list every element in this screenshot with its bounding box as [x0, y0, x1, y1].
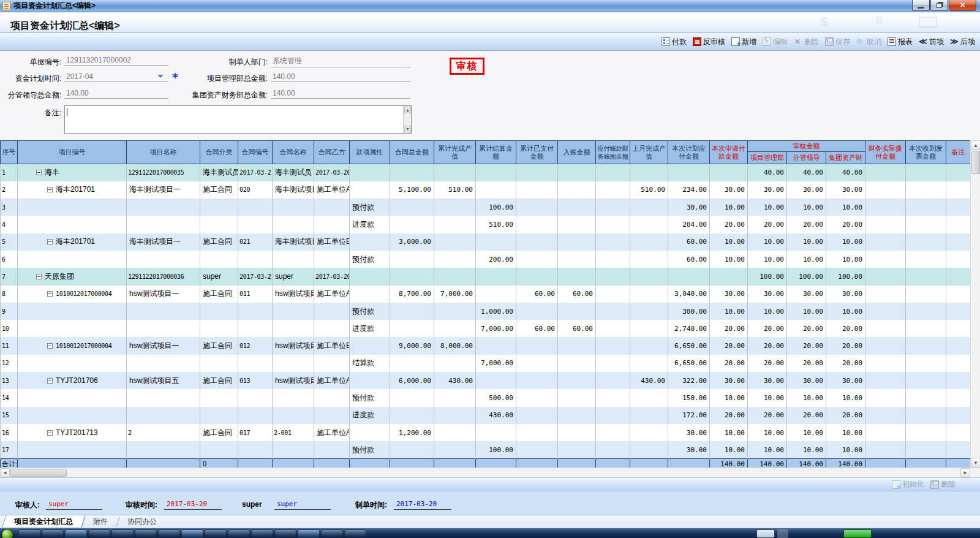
cell-invoice[interactable]: [906, 181, 946, 199]
cell-invoice[interactable]: [906, 216, 946, 233]
cell-contract_name[interactable]: 海丰测试项目一: [273, 233, 314, 251]
cell-remark[interactable]: [946, 303, 971, 320]
cell-booked[interactable]: 60.00: [558, 320, 596, 337]
minimize-button[interactable]: [912, 0, 930, 11]
table-row[interactable]: 12结算款7,000.006,650.0020.0020.0020.0020.0…: [1, 355, 971, 372]
cell-proj_name[interactable]: 1291122017000035: [127, 164, 200, 181]
cell-cum_settle[interactable]: [476, 337, 516, 354]
cell-remark[interactable]: [946, 233, 971, 251]
cell-contract_total[interactable]: [390, 441, 434, 458]
cell-proj_code[interactable]: 海丰201701: [18, 233, 127, 251]
cell-audit_leader[interactable]: 10.00: [787, 389, 826, 406]
cell-pay_type[interactable]: [350, 268, 390, 285]
cell-contract_total[interactable]: [390, 355, 434, 372]
cell-cum_output[interactable]: [434, 164, 476, 181]
cell-booked[interactable]: [558, 303, 596, 320]
cell-audit_leader[interactable]: 10.00: [787, 199, 826, 216]
cell-proj_name[interactable]: hsw测试项目一: [127, 337, 200, 354]
pm-total-value[interactable]: 140.00: [271, 72, 410, 82]
cell-contract_no[interactable]: [238, 320, 273, 337]
cell-proj_name[interactable]: 海丰测试项目一: [127, 233, 200, 251]
cell-audit_pm[interactable]: 10.00: [748, 251, 787, 268]
cell-invoice[interactable]: [906, 233, 946, 251]
cell-seq[interactable]: 8: [1, 286, 18, 303]
cell-payable_balance[interactable]: [596, 268, 630, 285]
cell-pay_type[interactable]: [350, 424, 390, 441]
cell-payable_balance[interactable]: [596, 286, 630, 303]
cell-apply_pay[interactable]: 20.00: [710, 355, 748, 372]
cell-remark[interactable]: [946, 320, 971, 337]
cell-contract_type[interactable]: super: [200, 268, 238, 285]
cell-payable_balance[interactable]: [596, 407, 630, 424]
tray-icon[interactable]: [777, 529, 788, 538]
cell-audit_fin[interactable]: 10.00: [826, 389, 865, 406]
cell-plan_pay[interactable]: 60.00: [668, 233, 710, 251]
cell-contract_no[interactable]: [238, 251, 273, 268]
cell-apply_pay[interactable]: 10.00: [710, 233, 748, 251]
cell-plan_pay[interactable]: 322.00: [668, 372, 710, 389]
cell-proj_code[interactable]: [18, 216, 127, 233]
cell-remark[interactable]: [946, 181, 971, 199]
cell-apply_pay[interactable]: 20.00: [710, 337, 748, 354]
cell-remark[interactable]: [946, 407, 971, 424]
cell-audit_leader[interactable]: 10.00: [787, 233, 826, 251]
cell-contract_total[interactable]: 1,200.00: [390, 424, 434, 441]
cell-payable_balance[interactable]: [596, 251, 630, 268]
cell-payable_balance[interactable]: [596, 303, 630, 320]
cell-cum_settle[interactable]: 7,000.00: [476, 320, 516, 337]
cell-cum_paid[interactable]: 60.00: [516, 320, 558, 337]
scroll-down-icon[interactable]: ▼: [971, 458, 980, 468]
cell-last_output[interactable]: [630, 424, 668, 441]
table-row[interactable]: 6预付款200.0060.0010.0010.0010.0010.00: [1, 251, 971, 268]
cell-seq[interactable]: 2: [1, 181, 18, 199]
cell-payable_balance[interactable]: [596, 216, 630, 233]
cell-apply_pay[interactable]: [710, 164, 748, 181]
cell-invoice[interactable]: [906, 389, 946, 406]
cell-contract_party[interactable]: 施工单位A: [314, 286, 350, 303]
cell-contract_party[interactable]: [314, 216, 350, 233]
cell-last_output[interactable]: [630, 441, 668, 458]
cell-cum_output[interactable]: [434, 216, 476, 233]
cell-contract_name[interactable]: [273, 441, 314, 458]
cell-contract_type[interactable]: [200, 251, 238, 268]
cell-cum_output[interactable]: [434, 424, 476, 441]
collapse-icon[interactable]: [47, 430, 53, 436]
cell-payable_balance[interactable]: [596, 320, 630, 337]
cell-audit_pm[interactable]: 30.00: [748, 181, 787, 199]
cell-apply_pay[interactable]: [710, 268, 748, 285]
cell-remark[interactable]: [946, 286, 971, 303]
cell-contract_total[interactable]: [390, 216, 434, 233]
cell-actual_pay[interactable]: [865, 407, 906, 424]
cell-audit_pm[interactable]: 20.00: [748, 407, 787, 424]
cell-remark[interactable]: [946, 216, 971, 233]
cell-audit_fin[interactable]: 20.00: [826, 407, 865, 424]
cell-booked[interactable]: [558, 424, 596, 441]
cell-contract_type[interactable]: 施工合同: [200, 424, 238, 441]
cell-audit_fin[interactable]: 10.00: [826, 303, 865, 320]
cell-plan_pay[interactable]: 30.00: [668, 199, 710, 216]
cell-audit_leader[interactable]: 10.00: [787, 251, 826, 268]
cell-booked[interactable]: [558, 268, 596, 285]
cell-contract_type[interactable]: [200, 355, 238, 372]
column-header-cum_paid[interactable]: 累计已支付金额: [516, 141, 558, 164]
cell-proj_name[interactable]: [127, 389, 200, 406]
cell-audit_fin[interactable]: 20.00: [826, 355, 865, 372]
cell-booked[interactable]: [558, 407, 596, 424]
table-row[interactable]: 5海丰201701海丰测试项目一施工合同021海丰测试项目一施工单位B3,000…: [1, 233, 971, 251]
cell-audit_leader[interactable]: 40.00: [787, 164, 826, 181]
cell-remark[interactable]: [946, 441, 971, 458]
cell-contract_name[interactable]: [273, 216, 314, 233]
cell-contract_party[interactable]: [314, 303, 350, 320]
cell-contract_no[interactable]: [238, 355, 273, 372]
table-row[interactable]: 2海丰201701海丰测试项目一施工合同020海丰测试项目一施工单位A5,100…: [1, 181, 971, 199]
column-header-pay_type[interactable]: 款项属性: [350, 141, 390, 164]
cell-contract_party[interactable]: 2017-03-20: [314, 164, 350, 181]
taskbar-button[interactable]: [65, 529, 87, 538]
column-header-contract_total[interactable]: 合同总金额: [390, 141, 434, 164]
cell-audit_leader[interactable]: 30.00: [787, 372, 826, 389]
cell-audit_pm[interactable]: 100.00: [748, 268, 787, 285]
cell-actual_pay[interactable]: [865, 372, 906, 389]
cell-cum_paid[interactable]: [516, 355, 558, 372]
cell-audit_fin[interactable]: 10.00: [826, 199, 865, 216]
cell-audit_pm[interactable]: 10.00: [748, 389, 787, 406]
